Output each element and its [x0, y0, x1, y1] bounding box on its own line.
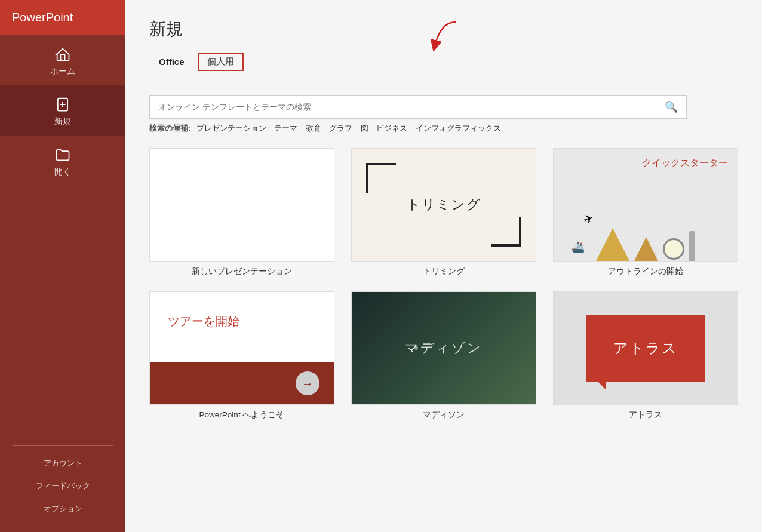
- new-icon: [54, 96, 71, 113]
- atlas-text: アトラス: [613, 339, 678, 358]
- template-label-tour: PowerPoint へようこそ: [199, 410, 285, 420]
- main-content: 新規 Office 個人用 🔍 検索の候補: プレゼンテーション テーマ 教育: [125, 0, 762, 532]
- template-label-trimming: トリミング: [423, 266, 465, 277]
- template-label-atlas: アトラス: [629, 410, 662, 420]
- atlas-red-block: アトラス: [586, 315, 705, 382]
- blank-preview: [150, 149, 334, 261]
- tour-arrow-circle: →: [296, 371, 319, 395]
- template-card-trimming[interactable]: トリミング トリミング: [351, 148, 536, 277]
- atlas-preview: アトラス: [554, 292, 738, 404]
- sidebar-item-home[interactable]: ホーム: [0, 35, 125, 85]
- madison-text: マディゾン: [405, 339, 483, 357]
- tour-bottom: →: [150, 362, 334, 404]
- quickstart-title: クイックスターター: [642, 157, 728, 170]
- ship-icon: 🚢: [572, 241, 585, 254]
- template-thumb-tour: ツアーを開始 →: [149, 291, 334, 405]
- tabs-wrapper: Office 個人用: [149, 53, 738, 83]
- search-bar: 🔍: [149, 95, 687, 119]
- tour-preview: ツアーを開始 →: [150, 292, 334, 404]
- template-card-quickstart[interactable]: クイックスターター ✈ 🚢 アウトラインの開始: [553, 148, 738, 277]
- template-card-atlas[interactable]: アトラス アトラス: [553, 291, 738, 420]
- new-label: 新規: [54, 116, 71, 127]
- atlas-speech-bubble: [598, 382, 606, 390]
- pyramid-icon: [596, 228, 629, 261]
- search-input[interactable]: [158, 102, 665, 112]
- page-title: 新規: [149, 18, 738, 41]
- suggestion-2[interactable]: テーマ: [274, 124, 297, 133]
- suggestion-5[interactable]: 図: [361, 124, 368, 133]
- suggestion-1[interactable]: プレゼンテーション: [196, 124, 266, 133]
- sidebar-nav: ホーム 新規 開く: [0, 35, 125, 439]
- bracket-br: [491, 217, 521, 247]
- suggestion-3[interactable]: 教育: [306, 124, 321, 133]
- sidebar-item-account[interactable]: アカウント: [0, 452, 125, 475]
- tab-personal-container: 個人用: [194, 53, 244, 71]
- home-label: ホーム: [50, 66, 75, 77]
- suggestion-6[interactable]: ビジネス: [376, 124, 407, 133]
- template-thumb-atlas: アトラス: [553, 291, 738, 405]
- template-label-blank: 新しいプレゼンテーション: [192, 266, 292, 277]
- sidebar-item-feedback[interactable]: フィードバック: [0, 475, 125, 497]
- template-label-madison: マディソン: [423, 410, 465, 420]
- template-grid: 新しいプレゼンテーション トリミング トリミング クイックスターター ✈: [149, 148, 738, 420]
- statue-icon: [689, 231, 695, 261]
- search-suggestions: 検索の候補: プレゼンテーション テーマ 教育 グラフ 図 ビジネス インフォグ…: [149, 124, 738, 134]
- tabs: Office 個人用: [149, 53, 244, 71]
- plane-icon: ✈: [581, 211, 595, 227]
- tour-text: ツアーを開始: [168, 313, 239, 330]
- sidebar-divider: [13, 445, 113, 446]
- trimming-text: トリミング: [407, 196, 481, 214]
- quickstart-preview: クイックスターター ✈ 🚢: [554, 149, 738, 261]
- sidebar-item-options[interactable]: オプション: [0, 497, 125, 520]
- template-card-tour[interactable]: ツアーを開始 → PowerPoint へようこそ: [149, 291, 334, 420]
- suggestions-label: 検索の候補:: [149, 124, 190, 133]
- open-icon: [54, 146, 71, 163]
- app-title: PowerPoint: [0, 0, 125, 35]
- template-thumb-trimming: トリミング: [351, 148, 536, 262]
- bracket-tl: [366, 163, 396, 193]
- template-label-quickstart: アウトラインの開始: [608, 266, 683, 277]
- trimming-preview: トリミング: [352, 149, 536, 261]
- search-icon[interactable]: 🔍: [665, 100, 678, 113]
- tab-personal[interactable]: 個人用: [198, 53, 244, 71]
- sidebar: PowerPoint ホーム 新規 開く アカウント フィードバック: [0, 0, 125, 532]
- template-thumb-quickstart: クイックスターター ✈ 🚢: [553, 148, 738, 262]
- sidebar-bottom: アカウント フィードバック オプション: [0, 439, 125, 532]
- quickstart-illustration: ✈ 🚢: [554, 195, 738, 261]
- open-label: 開く: [54, 167, 71, 177]
- suggestion-7[interactable]: インフォグラフィックス: [416, 124, 501, 133]
- clock-icon: [663, 238, 684, 260]
- pyramid2-icon: [634, 237, 658, 261]
- sidebar-item-new[interactable]: 新規: [0, 85, 125, 136]
- tab-office[interactable]: Office: [149, 53, 194, 70]
- template-card-blank[interactable]: 新しいプレゼンテーション: [149, 148, 334, 277]
- madison-preview: マディゾン: [352, 292, 536, 404]
- template-thumb-madison: マディゾン: [351, 291, 536, 405]
- suggestion-4[interactable]: グラフ: [329, 124, 352, 133]
- template-thumb-blank: [149, 148, 334, 262]
- template-card-madison[interactable]: マディゾン マディソン: [351, 291, 536, 420]
- sidebar-item-open[interactable]: 開く: [0, 136, 125, 186]
- home-icon: [54, 46, 71, 63]
